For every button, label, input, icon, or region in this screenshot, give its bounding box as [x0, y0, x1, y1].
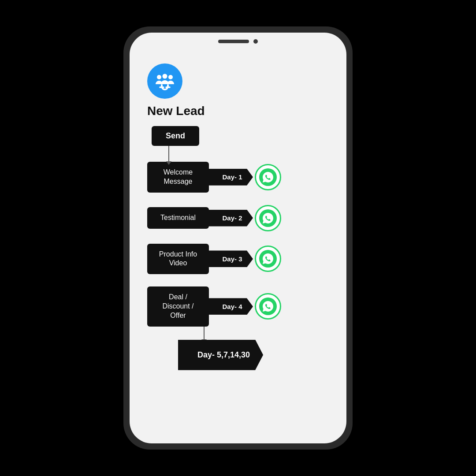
main-content: New Lead Send WelcomeMessage Day- 1 [143, 63, 333, 370]
logo-icon [147, 63, 182, 99]
day-badge-2: Day- 2 [209, 210, 253, 227]
camera [253, 39, 258, 44]
whatsapp-icon-2 [255, 205, 281, 231]
flow-box-welcome: WelcomeMessage [147, 162, 209, 193]
flow-row-product-info: Product InfoVideo Day- 3 [147, 244, 281, 275]
speaker [218, 40, 249, 43]
flow-box-deal: Deal /Discount /Offer [147, 286, 209, 326]
arrow-deal-to-final [204, 327, 205, 340]
phone-frame: New Lead Send WelcomeMessage Day- 1 [123, 26, 353, 450]
flow-box-product-info: Product InfoVideo [147, 244, 209, 275]
day-badge-3: Day- 3 [209, 250, 253, 267]
flow-row-welcome: WelcomeMessage Day- 1 [147, 162, 281, 193]
svg-point-2 [163, 74, 167, 79]
flow-row-testimonial: Testimonial Day- 2 [147, 205, 281, 231]
phone-screen: New Lead Send WelcomeMessage Day- 1 [130, 33, 346, 443]
whatsapp-icon-1 [255, 164, 281, 190]
flow-box-testimonial: Testimonial [147, 207, 209, 229]
svg-point-3 [168, 75, 173, 79]
whatsapp-icon-3 [255, 245, 281, 272]
arrow-send-to-welcome [168, 146, 169, 162]
flow-row-deal: Deal /Discount /Offer Day- 4 [147, 286, 281, 326]
notch [130, 33, 346, 50]
send-button[interactable]: Send [152, 126, 199, 146]
day-badge-1: Day- 1 [209, 169, 253, 186]
flow-container: Send WelcomeMessage Day- 1 [143, 126, 333, 370]
page-title: New Lead [147, 104, 205, 118]
day-badge-4: Day- 4 [209, 298, 253, 315]
svg-point-1 [157, 75, 161, 79]
final-day-badge: Day- 5,7,14,30 [178, 340, 263, 370]
whatsapp-icon-4 [255, 293, 281, 320]
